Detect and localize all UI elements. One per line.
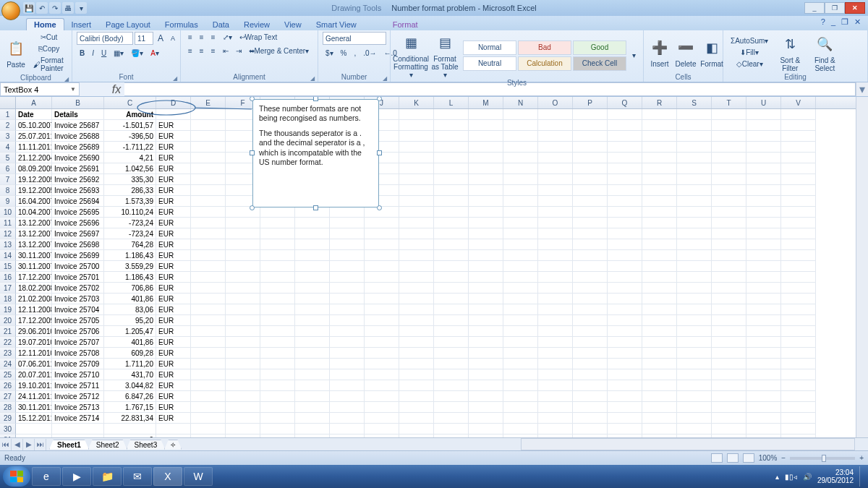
cell[interactable] <box>781 120 816 131</box>
cell[interactable] <box>781 294 816 304</box>
cell[interactable] <box>191 315 226 326</box>
cell[interactable]: -723,24 <box>104 228 156 239</box>
cell[interactable] <box>677 413 712 424</box>
cell[interactable] <box>538 163 573 174</box>
cell[interactable]: EUR <box>156 120 191 131</box>
number-format-combo[interactable]: General <box>323 32 386 45</box>
cell[interactable]: Invoice 25698 <box>52 239 104 250</box>
cell[interactable] <box>608 380 642 391</box>
cell[interactable] <box>260 207 295 218</box>
cell[interactable] <box>260 348 295 359</box>
cell[interactable] <box>399 174 434 185</box>
cell[interactable]: EUR <box>156 326 191 337</box>
cell[interactable]: 19.12.2005 <box>16 174 52 185</box>
cell[interactable] <box>642 424 677 435</box>
select-all-button[interactable] <box>0 97 16 108</box>
cell[interactable] <box>330 218 365 228</box>
cell[interactable] <box>399 239 434 250</box>
cell[interactable] <box>712 174 746 185</box>
cell[interactable] <box>399 228 434 239</box>
cell[interactable] <box>538 131 573 142</box>
fill-button[interactable]: ⬇ Fill ▾ <box>728 47 771 58</box>
cell[interactable] <box>260 283 295 294</box>
cell[interactable]: EUR <box>156 131 191 142</box>
cell[interactable] <box>573 153 608 163</box>
cell[interactable] <box>365 250 399 261</box>
cell[interactable]: EUR <box>156 283 191 294</box>
cell[interactable] <box>608 131 642 142</box>
taskbar-ie-icon[interactable]: e <box>32 467 61 486</box>
cell[interactable] <box>712 228 746 239</box>
qat-print-icon[interactable]: 🖶 <box>62 2 74 14</box>
cell[interactable] <box>608 369 642 380</box>
doc-restore-icon[interactable]: ❐ <box>841 17 848 27</box>
cell[interactable] <box>191 294 226 304</box>
cell[interactable] <box>434 402 469 413</box>
cell[interactable]: 19.07.2010 <box>16 337 52 348</box>
cell[interactable] <box>781 413 816 424</box>
tab-view[interactable]: View <box>277 19 309 30</box>
cell[interactable] <box>260 337 295 348</box>
cell[interactable] <box>503 196 538 207</box>
cell[interactable] <box>573 131 608 142</box>
cell[interactable] <box>677 315 712 326</box>
cell[interactable] <box>781 109 816 120</box>
cell[interactable] <box>503 369 538 380</box>
cell[interactable] <box>365 380 399 391</box>
row-header[interactable]: 16 <box>0 272 16 283</box>
align-right-button[interactable]: ≡ <box>208 46 218 56</box>
cell[interactable] <box>469 424 503 435</box>
cell[interactable]: 1.767,15 <box>104 402 156 413</box>
column-header[interactable]: E <box>191 97 226 108</box>
column-header[interactable]: V <box>781 97 816 108</box>
column-header[interactable]: D <box>156 97 191 108</box>
cell[interactable] <box>573 163 608 174</box>
cell[interactable] <box>642 142 677 153</box>
cell[interactable] <box>746 250 781 261</box>
cell[interactable] <box>434 250 469 261</box>
cell[interactable] <box>642 380 677 391</box>
cell[interactable]: EUR <box>156 185 191 196</box>
resize-handle[interactable] <box>313 205 318 210</box>
cell[interactable]: EUR <box>156 304 191 315</box>
cell[interactable]: Invoice 25711 <box>52 380 104 391</box>
cell[interactable] <box>191 142 226 153</box>
cell[interactable] <box>503 174 538 185</box>
cell[interactable] <box>642 131 677 142</box>
cell[interactable] <box>330 272 365 283</box>
cell[interactable] <box>677 272 712 283</box>
cell[interactable] <box>573 369 608 380</box>
cell[interactable] <box>434 185 469 196</box>
cell[interactable] <box>538 315 573 326</box>
cell[interactable] <box>295 380 330 391</box>
cell[interactable] <box>295 239 330 250</box>
cell[interactable] <box>503 348 538 359</box>
cell[interactable] <box>191 380 226 391</box>
cell[interactable] <box>746 337 781 348</box>
cell[interactable]: EUR <box>156 413 191 424</box>
cell[interactable] <box>469 261 503 272</box>
cell[interactable] <box>677 261 712 272</box>
cell[interactable] <box>330 359 365 369</box>
cell[interactable] <box>746 142 781 153</box>
cell[interactable] <box>260 261 295 272</box>
cell[interactable] <box>573 174 608 185</box>
italic-button[interactable]: I <box>89 48 97 59</box>
row-header[interactable]: 1 <box>0 109 16 120</box>
cell[interactable] <box>434 142 469 153</box>
cell[interactable] <box>226 326 260 337</box>
cell[interactable]: 1.573,39 <box>104 196 156 207</box>
cell[interactable] <box>191 239 226 250</box>
cell[interactable] <box>746 261 781 272</box>
cell[interactable] <box>746 294 781 304</box>
cell[interactable]: 17.12.2009 <box>16 315 52 326</box>
cell[interactable] <box>642 239 677 250</box>
cell[interactable] <box>642 272 677 283</box>
cell[interactable] <box>434 196 469 207</box>
cell[interactable] <box>538 120 573 131</box>
cell[interactable] <box>365 207 399 218</box>
cell[interactable] <box>608 424 642 435</box>
cell[interactable] <box>330 348 365 359</box>
cell[interactable] <box>191 348 226 359</box>
taskbar-excel-icon[interactable]: X <box>153 467 182 486</box>
